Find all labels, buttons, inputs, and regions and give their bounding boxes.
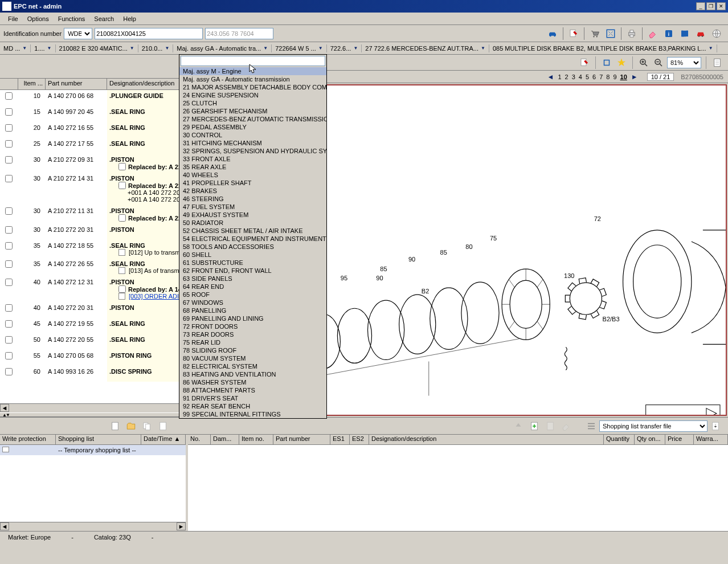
breadcrumb-item[interactable]: 722664 W 5 ...▼	[272, 44, 326, 52]
dropdown-item[interactable]: 86 WASHER SYSTEM	[179, 378, 326, 386]
dropdown-item[interactable]: 80 VACUUM SYSTEM	[179, 354, 326, 362]
dropdown-item[interactable]: 52 CHASSIS SHEET METAL / AIR INTAKE	[179, 227, 326, 235]
dropdown-item[interactable]: 42 BRAKES	[179, 187, 326, 195]
breadcrumb-item[interactable]: 27 722.6 MERCEDES-BENZ AUT.TRA...▼	[362, 44, 489, 52]
shop-col[interactable]: ES2	[350, 435, 369, 444]
export-icon[interactable]	[709, 419, 722, 433]
dropdown-item[interactable]: 33 FRONT AXLE	[179, 155, 326, 163]
erase-icon[interactable]	[559, 419, 573, 433]
dropdown-item[interactable]: 27 MERCEDES-BENZ AUTOMATIC TRANSMISSION	[179, 115, 326, 123]
replaced-checkbox[interactable]	[118, 163, 126, 170]
dropdown-search-input[interactable]	[181, 56, 325, 66]
part-checkbox[interactable]	[5, 92, 13, 100]
page-number[interactable]: 10	[619, 73, 629, 80]
dropdown-item[interactable]: 31 HITCHING MECHANISM	[179, 139, 326, 147]
dropdown-item[interactable]: 30 CONTROL	[179, 131, 326, 139]
shop-col[interactable]: Qty on...	[635, 435, 665, 444]
vehicle-icon[interactable]	[546, 27, 559, 40]
page-icon[interactable]	[711, 56, 723, 69]
shopping-list-row[interactable]: -- Temporary shopping list --	[0, 445, 186, 455]
info-icon[interactable]: i	[662, 27, 676, 40]
menu-options[interactable]: Options	[23, 14, 54, 23]
open-list-icon[interactable]	[124, 419, 138, 433]
page-number[interactable]: 3	[570, 73, 577, 80]
part-checkbox[interactable]	[5, 320, 13, 328]
dropdown-item[interactable]: 68 PANELLING	[179, 306, 326, 314]
dropdown-item[interactable]: Maj. assy M - Engine	[179, 67, 326, 75]
dropdown-item[interactable]: 82 ELECTRICAL SYSTEM	[179, 362, 326, 370]
dropdown-item[interactable]: 25 CLUTCH	[179, 99, 326, 107]
dropdown-item[interactable]: 62 FRONT END, FRONT WALL	[179, 267, 326, 275]
minimize-button[interactable]: _	[696, 2, 705, 10]
dropdown-item[interactable]: 60 SHELL	[179, 251, 326, 259]
transfer-icon[interactable]	[584, 419, 598, 433]
part-checkbox[interactable]	[5, 368, 13, 375]
menu-file[interactable]: File	[3, 14, 23, 23]
dropdown-item[interactable]: 72 FRONT DOORS	[179, 322, 326, 330]
shop-col[interactable]: Part number	[273, 435, 330, 444]
shop-col[interactable]: Warra...	[694, 435, 728, 444]
book-icon[interactable]	[678, 27, 692, 40]
dropdown-item[interactable]: 26 GEARSHIFT MECHANISM	[179, 107, 326, 115]
prev-page-button[interactable]: ◄	[547, 73, 554, 81]
part-checkbox[interactable]	[5, 175, 13, 182]
eraser-icon[interactable]	[646, 27, 660, 40]
col-write-protection[interactable]: Write protection	[0, 435, 56, 444]
replaced-checkbox[interactable]	[118, 214, 126, 222]
part-checkbox[interactable]	[5, 260, 13, 268]
dropdown-item[interactable]: 46 STEERING	[179, 195, 326, 203]
col-item[interactable]: Item ...	[18, 79, 46, 89]
zoom-out-icon[interactable]	[652, 56, 665, 69]
dropdown-item[interactable]: 91 DRIVER'S SEAT	[179, 394, 326, 402]
breadcrumb-item[interactable]: MD ...▼	[0, 44, 31, 52]
menu-functions[interactable]: Functions	[54, 14, 90, 23]
doc-icon[interactable]	[156, 419, 170, 433]
dropdown-item[interactable]: 40 WHEELS	[179, 171, 326, 179]
page-number[interactable]: 6	[591, 73, 598, 80]
breadcrumb-item[interactable]: 085 MULTIPLE DISK BRAKE B2, MULTIPLE DIS…	[489, 44, 717, 52]
copy-icon[interactable]	[140, 419, 154, 433]
breadcrumb-item[interactable]: 722.6...▼	[327, 44, 362, 52]
next-page-button[interactable]: ►	[631, 73, 638, 81]
breadcrumb-item[interactable]: Maj. assy GA - Automatic tra...▼	[173, 44, 272, 52]
add-icon[interactable]	[527, 419, 541, 433]
breadcrumb-item[interactable]: 210082 E 320 4MATIC...▼	[56, 44, 138, 52]
zoom-in-icon[interactable]	[637, 56, 650, 69]
id-input[interactable]	[95, 28, 203, 39]
dropdown-item[interactable]: 54 ELECTRICAL EQUIPMENT AND INSTRUMENTS	[179, 235, 326, 243]
dropdown-item[interactable]: 88 ATTACHMENT PARTS	[179, 386, 326, 394]
part-checkbox[interactable]	[5, 207, 13, 215]
shop-col[interactable]: Item no.	[239, 435, 273, 444]
page-number[interactable]: 5	[584, 73, 591, 80]
col-shopping-list[interactable]: Shopping list	[56, 435, 141, 444]
shop-col[interactable]: No.	[188, 435, 211, 444]
dropdown-item[interactable]: 78 SLIDING ROOF	[179, 346, 326, 354]
part-checkbox[interactable]	[5, 304, 13, 312]
shop-left-scrollbar[interactable]: ◄ ►	[0, 522, 186, 531]
globe-icon[interactable]	[710, 27, 723, 40]
dropdown-item[interactable]: Maj. assy GA - Automatic transmission	[179, 75, 326, 83]
page-number[interactable]: 1	[556, 73, 563, 80]
note-edit-icon[interactable]	[567, 27, 580, 40]
dropdown-item[interactable]: 24 ENGINE SUSPENSION	[179, 91, 326, 99]
page-number[interactable]: 8	[604, 73, 611, 80]
close-button[interactable]: ✕	[717, 2, 726, 10]
fullscreen-icon[interactable]	[604, 27, 617, 40]
dropdown-item[interactable]: 69 PANELLING AND LINING	[179, 314, 326, 322]
part-checkbox[interactable]	[5, 242, 13, 250]
dropdown-item[interactable]: 35 REAR AXLE	[179, 163, 326, 171]
dropdown-item[interactable]: 29 PEDAL ASSEMBLY	[179, 123, 326, 131]
part-checkbox[interactable]	[5, 156, 13, 164]
print-icon[interactable]	[625, 27, 639, 40]
dropdown-item[interactable]: 65 ROOF	[179, 291, 326, 299]
dropdown-item[interactable]: 41 PROPELLER SHAFT	[179, 179, 326, 187]
star-icon[interactable]	[615, 56, 628, 69]
assembly-dropdown[interactable]: Maj. assy M - EngineMaj. assy GA - Autom…	[179, 54, 327, 419]
up-icon[interactable]	[512, 419, 525, 433]
transfer-select[interactable]: Shopping list transfer file	[599, 420, 707, 432]
part-checkbox[interactable]	[5, 124, 13, 132]
cart-icon[interactable]	[588, 27, 602, 40]
dropdown-item[interactable]: 64 REAR END	[179, 283, 326, 291]
replaced-checkbox[interactable]	[118, 285, 126, 293]
breadcrumb-item[interactable]: 1....▼	[31, 44, 55, 52]
